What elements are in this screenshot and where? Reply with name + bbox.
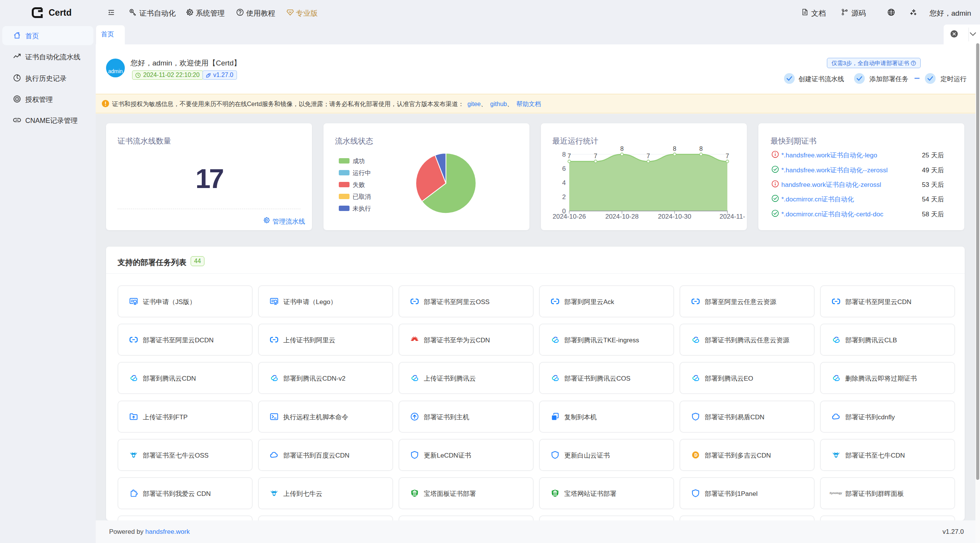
svg-text:2024-10-28: 2024-10-28 — [605, 213, 639, 220]
svg-text:7: 7 — [726, 153, 729, 159]
svg-text:7: 7 — [647, 153, 650, 159]
svg-text:6: 6 — [562, 165, 566, 172]
svg-text:8: 8 — [620, 146, 624, 152]
svg-text:2: 2 — [562, 193, 566, 201]
svg-text:8: 8 — [673, 146, 676, 152]
svg-text:7: 7 — [594, 153, 597, 159]
svg-text:4: 4 — [562, 179, 566, 186]
svg-text:8: 8 — [562, 151, 566, 158]
svg-text:2024-11-: 2024-11- — [720, 213, 745, 220]
svg-text:7: 7 — [568, 153, 571, 159]
svg-text:2024-10-26: 2024-10-26 — [553, 213, 586, 220]
svg-text:2024-10-30: 2024-10-30 — [658, 213, 691, 220]
svg-text:8: 8 — [699, 146, 703, 152]
